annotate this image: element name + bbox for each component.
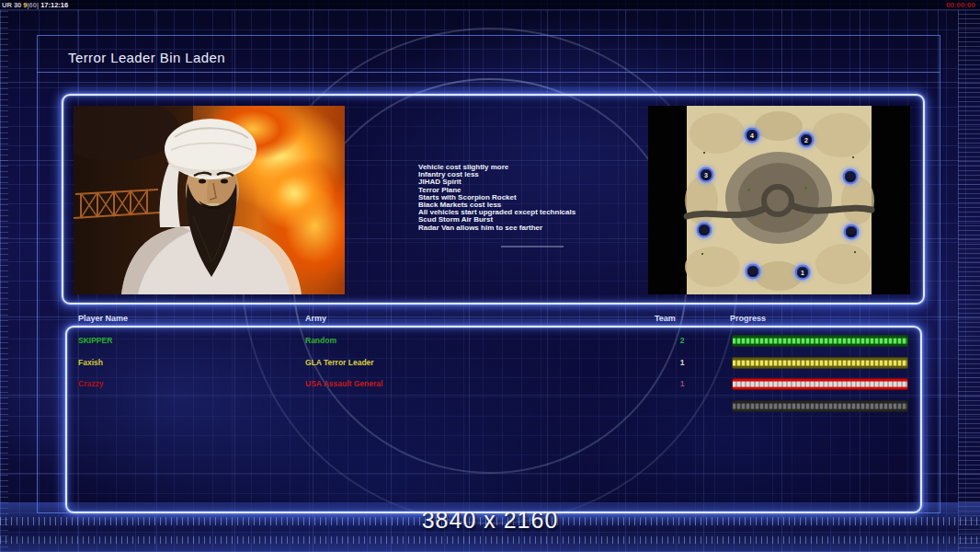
column-header-player-name: Player Name xyxy=(78,314,128,323)
player-row: SKIPPER Random 2 xyxy=(65,336,922,349)
player-progress-bar xyxy=(732,335,908,347)
player-row: Faxish GLA Terror Leader 1 xyxy=(65,358,922,371)
start-position-number: 2 xyxy=(804,137,808,144)
player-army: Random xyxy=(305,336,336,345)
resolution-label: 3840 x 2160 xyxy=(0,507,980,534)
start-position-marker: 2 xyxy=(799,132,815,148)
debug-text-segment: UR 30 xyxy=(2,1,23,9)
column-header-progress: Progress xyxy=(730,314,766,323)
player-progress-bar xyxy=(732,400,908,412)
player-name: Faxish xyxy=(78,358,103,367)
ability-line: Radar Van allows him to see farther xyxy=(418,224,657,232)
loading-screen: UR 30 9|60| 17:12:16 00:00:00 Terror Lea… xyxy=(0,0,980,552)
start-position-marker: 1 xyxy=(795,265,811,281)
general-portrait xyxy=(74,106,345,294)
player-team: 1 xyxy=(656,358,708,367)
start-position-number: 3 xyxy=(704,172,708,178)
abilities-list: Vehicle cost slightly moreInfantry cost … xyxy=(418,164,657,232)
start-position-marker xyxy=(697,223,712,238)
player-name: Crazzy xyxy=(78,379,103,388)
title-divider xyxy=(37,72,940,73)
start-position-marker xyxy=(746,264,761,280)
map-preview: 4 2 3 1 xyxy=(648,106,910,294)
player-team: 1 xyxy=(656,379,708,388)
debug-text-segment: |60| xyxy=(28,1,40,9)
start-position-marker xyxy=(844,224,860,240)
player-row xyxy=(65,401,922,414)
player-name: SKIPPER xyxy=(78,336,112,345)
top-hud-strip xyxy=(0,0,980,10)
player-team: 2 xyxy=(656,336,708,345)
player-progress-bar xyxy=(732,378,908,390)
debug-overlay-text: UR 30 9|60| 17:12:16 xyxy=(2,1,68,9)
player-rows: SKIPPER Random 2 Faxish GLA Terror Leade… xyxy=(65,326,922,513)
player-army: GLA Terror Leader xyxy=(305,358,374,367)
player-army: USA Assault General xyxy=(305,379,382,388)
start-position-number: 4 xyxy=(750,132,754,139)
start-position-marker: 3 xyxy=(699,167,714,183)
bottom-ruler-ticks-lower xyxy=(0,536,980,544)
start-position-number: 1 xyxy=(801,270,804,276)
left-ruler xyxy=(0,0,8,552)
column-header-army: Army xyxy=(305,314,326,323)
column-header-team: Team xyxy=(655,314,676,323)
debug-text-segment: 17:12:16 xyxy=(39,1,68,9)
right-ruler xyxy=(958,0,980,552)
general-title: Terror Leader Bin Laden xyxy=(68,50,225,65)
player-row: Crazzy USA Assault General 1 xyxy=(65,379,922,392)
start-position-marker: 4 xyxy=(745,128,760,144)
start-position-marker xyxy=(843,169,859,185)
match-timer: 00:00:00 xyxy=(946,1,975,9)
player-progress-bar xyxy=(732,357,908,369)
